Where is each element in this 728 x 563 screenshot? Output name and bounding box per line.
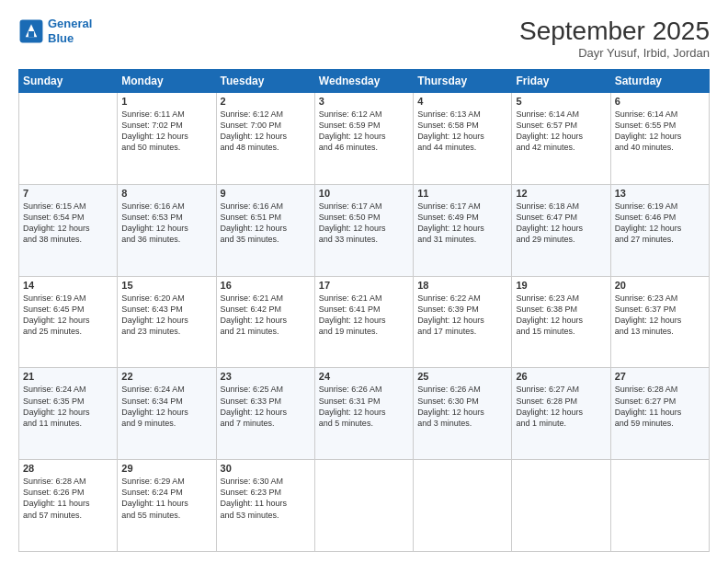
day-info: Sunrise: 6:22 AM Sunset: 6:39 PM Dayligh… (417, 293, 507, 338)
logo: General Blue (18, 17, 92, 45)
weekday-header-friday: Friday (512, 70, 610, 93)
calendar-cell: 5Sunrise: 6:14 AM Sunset: 6:57 PM Daylig… (512, 93, 610, 185)
calendar-cell: 19Sunrise: 6:23 AM Sunset: 6:38 PM Dayli… (512, 276, 610, 368)
day-info: Sunrise: 6:18 AM Sunset: 6:47 PM Dayligh… (516, 201, 606, 246)
logo-icon (18, 18, 44, 44)
calendar-cell: 23Sunrise: 6:25 AM Sunset: 6:33 PM Dayli… (216, 368, 314, 460)
weekday-header-row: SundayMondayTuesdayWednesdayThursdayFrid… (19, 70, 710, 93)
day-number: 9 (221, 188, 311, 199)
calendar-cell: 27Sunrise: 6:28 AM Sunset: 6:27 PM Dayli… (610, 368, 709, 460)
calendar-cell: 15Sunrise: 6:20 AM Sunset: 6:43 PM Dayli… (118, 276, 216, 368)
day-info: Sunrise: 6:26 AM Sunset: 6:30 PM Dayligh… (417, 384, 507, 429)
calendar-cell: 17Sunrise: 6:21 AM Sunset: 6:41 PM Dayli… (314, 276, 413, 368)
day-info: Sunrise: 6:17 AM Sunset: 6:49 PM Dayligh… (417, 201, 507, 246)
day-number: 17 (319, 280, 409, 291)
calendar-cell: 13Sunrise: 6:19 AM Sunset: 6:46 PM Dayli… (610, 184, 709, 276)
weekday-header-tuesday: Tuesday (216, 70, 314, 93)
day-info: Sunrise: 6:20 AM Sunset: 6:43 PM Dayligh… (121, 293, 211, 338)
day-info: Sunrise: 6:12 AM Sunset: 6:59 PM Dayligh… (319, 109, 409, 154)
day-info: Sunrise: 6:27 AM Sunset: 6:28 PM Dayligh… (516, 384, 606, 429)
day-number: 25 (417, 371, 507, 382)
day-number: 26 (516, 371, 606, 382)
calendar-cell: 6Sunrise: 6:14 AM Sunset: 6:55 PM Daylig… (610, 93, 709, 185)
logo-line1: General (48, 17, 92, 30)
day-info: Sunrise: 6:16 AM Sunset: 6:51 PM Dayligh… (221, 201, 311, 246)
svg-rect-2 (28, 31, 34, 37)
calendar-cell: 24Sunrise: 6:26 AM Sunset: 6:31 PM Dayli… (314, 368, 413, 460)
day-info: Sunrise: 6:21 AM Sunset: 6:42 PM Dayligh… (221, 293, 311, 338)
day-number: 22 (121, 371, 211, 382)
calendar-cell: 29Sunrise: 6:29 AM Sunset: 6:24 PM Dayli… (118, 460, 216, 552)
day-info: Sunrise: 6:13 AM Sunset: 6:58 PM Dayligh… (417, 109, 507, 154)
day-number: 30 (221, 463, 311, 474)
day-info: Sunrise: 6:14 AM Sunset: 6:57 PM Dayligh… (516, 109, 606, 154)
weekday-header-sunday: Sunday (19, 70, 118, 93)
day-number: 3 (319, 96, 409, 107)
calendar-cell: 16Sunrise: 6:21 AM Sunset: 6:42 PM Dayli… (216, 276, 314, 368)
day-number: 28 (23, 463, 113, 474)
day-number: 4 (417, 96, 507, 107)
day-number: 10 (319, 188, 409, 199)
calendar-cell: 28Sunrise: 6:28 AM Sunset: 6:26 PM Dayli… (19, 460, 118, 552)
day-number: 11 (417, 188, 507, 199)
day-info: Sunrise: 6:15 AM Sunset: 6:54 PM Dayligh… (23, 201, 113, 246)
calendar-cell: 2Sunrise: 6:12 AM Sunset: 7:00 PM Daylig… (216, 93, 314, 185)
calendar-cell: 12Sunrise: 6:18 AM Sunset: 6:47 PM Dayli… (512, 184, 610, 276)
calendar-cell: 20Sunrise: 6:23 AM Sunset: 6:37 PM Dayli… (610, 276, 709, 368)
calendar-week-1: 1Sunrise: 6:11 AM Sunset: 7:02 PM Daylig… (19, 93, 710, 185)
day-info: Sunrise: 6:19 AM Sunset: 6:46 PM Dayligh… (615, 201, 705, 246)
day-info: Sunrise: 6:24 AM Sunset: 6:35 PM Dayligh… (23, 384, 113, 429)
calendar-cell: 21Sunrise: 6:24 AM Sunset: 6:35 PM Dayli… (19, 368, 118, 460)
day-info: Sunrise: 6:23 AM Sunset: 6:37 PM Dayligh… (615, 293, 705, 338)
day-number: 15 (121, 280, 211, 291)
day-info: Sunrise: 6:19 AM Sunset: 6:45 PM Dayligh… (23, 293, 113, 338)
day-number: 5 (516, 96, 606, 107)
day-number: 29 (121, 463, 211, 474)
logo-line2: Blue (48, 31, 74, 45)
day-info: Sunrise: 6:14 AM Sunset: 6:55 PM Dayligh… (615, 109, 705, 154)
calendar-week-2: 7Sunrise: 6:15 AM Sunset: 6:54 PM Daylig… (19, 184, 710, 276)
day-info: Sunrise: 6:30 AM Sunset: 6:23 PM Dayligh… (221, 476, 311, 521)
calendar-cell: 7Sunrise: 6:15 AM Sunset: 6:54 PM Daylig… (19, 184, 118, 276)
day-number: 8 (121, 188, 211, 199)
calendar-cell: 22Sunrise: 6:24 AM Sunset: 6:34 PM Dayli… (118, 368, 216, 460)
page: General Blue September 2025 Dayr Yusuf, … (0, 0, 728, 563)
day-number: 1 (121, 96, 211, 107)
day-number: 27 (615, 371, 705, 382)
day-info: Sunrise: 6:16 AM Sunset: 6:53 PM Dayligh… (121, 201, 211, 246)
calendar-cell: 1Sunrise: 6:11 AM Sunset: 7:02 PM Daylig… (118, 93, 216, 185)
calendar-week-5: 28Sunrise: 6:28 AM Sunset: 6:26 PM Dayli… (19, 460, 710, 552)
day-info: Sunrise: 6:29 AM Sunset: 6:24 PM Dayligh… (121, 476, 211, 521)
calendar-table: SundayMondayTuesdayWednesdayThursdayFrid… (18, 69, 710, 552)
day-number: 14 (23, 280, 113, 291)
day-info: Sunrise: 6:17 AM Sunset: 6:50 PM Dayligh… (319, 201, 409, 246)
calendar-cell (512, 460, 610, 552)
calendar-week-3: 14Sunrise: 6:19 AM Sunset: 6:45 PM Dayli… (19, 276, 710, 368)
day-number: 6 (615, 96, 705, 107)
day-number: 13 (615, 188, 705, 199)
calendar-cell: 8Sunrise: 6:16 AM Sunset: 6:53 PM Daylig… (118, 184, 216, 276)
day-number: 18 (417, 280, 507, 291)
weekday-header-saturday: Saturday (610, 70, 709, 93)
calendar-cell (314, 460, 413, 552)
calendar-cell: 18Sunrise: 6:22 AM Sunset: 6:39 PM Dayli… (414, 276, 512, 368)
day-info: Sunrise: 6:26 AM Sunset: 6:31 PM Dayligh… (319, 384, 409, 429)
logo-text: General Blue (48, 17, 92, 45)
day-number: 2 (221, 96, 311, 107)
calendar-week-4: 21Sunrise: 6:24 AM Sunset: 6:35 PM Dayli… (19, 368, 710, 460)
day-info: Sunrise: 6:24 AM Sunset: 6:34 PM Dayligh… (121, 384, 211, 429)
calendar-cell: 10Sunrise: 6:17 AM Sunset: 6:50 PM Dayli… (314, 184, 413, 276)
calendar-cell: 26Sunrise: 6:27 AM Sunset: 6:28 PM Dayli… (512, 368, 610, 460)
day-info: Sunrise: 6:11 AM Sunset: 7:02 PM Dayligh… (121, 109, 211, 154)
calendar-cell: 4Sunrise: 6:13 AM Sunset: 6:58 PM Daylig… (414, 93, 512, 185)
day-info: Sunrise: 6:23 AM Sunset: 6:38 PM Dayligh… (516, 293, 606, 338)
day-number: 19 (516, 280, 606, 291)
day-number: 21 (23, 371, 113, 382)
day-number: 16 (221, 280, 311, 291)
day-number: 20 (615, 280, 705, 291)
day-info: Sunrise: 6:21 AM Sunset: 6:41 PM Dayligh… (319, 293, 409, 338)
day-number: 12 (516, 188, 606, 199)
day-info: Sunrise: 6:28 AM Sunset: 6:26 PM Dayligh… (23, 476, 113, 521)
day-info: Sunrise: 6:25 AM Sunset: 6:33 PM Dayligh… (221, 384, 311, 429)
day-info: Sunrise: 6:12 AM Sunset: 7:00 PM Dayligh… (221, 109, 311, 154)
